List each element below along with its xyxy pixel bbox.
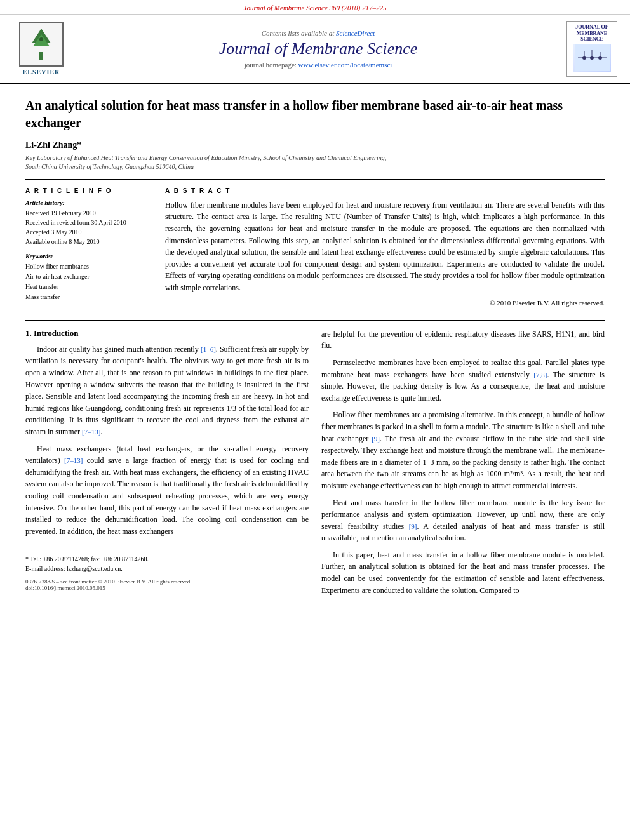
abstract-section: A B S T R A C T Hollow fiber membrane mo… (165, 187, 605, 309)
author-name: Li-Zhi Zhang* (25, 140, 605, 150)
right-para-2: Permselective membranes have been employ… (321, 357, 605, 404)
journal-header: ELSEVIER Contents lists available at Sci… (0, 15, 630, 84)
homepage-url[interactable]: www.elsevier.com/locate/memsci (298, 61, 392, 69)
sciencedirect-link[interactable]: ScienceDirect (336, 29, 375, 37)
content-left-column: 1. Introduction Indoor air quality has g… (25, 328, 309, 601)
journal-reference-bar: Journal of Membrane Science 360 (2010) 2… (0, 0, 630, 15)
elsevier-brand-text: ELSEVIER (23, 69, 60, 76)
intro-para-1: Indoor air quality has gained much atten… (25, 343, 309, 438)
right-para-4: Heat and mass transfer in the hollow fib… (321, 497, 605, 544)
article-content: 1. Introduction Indoor air quality has g… (25, 328, 605, 601)
journal-homepage-line: journal homepage: www.elsevier.com/locat… (83, 61, 554, 69)
keywords-label: Keywords: (25, 253, 143, 260)
keyword-2: Air-to-air heat exchanger (25, 272, 143, 282)
article-info-section: A R T I C L E I N F O Article history: R… (25, 187, 605, 309)
svg-rect-0 (39, 52, 43, 60)
right-para-1: are helpful for the prevention of epidem… (321, 328, 605, 352)
issn-line: 0376-7388/$ – see front matter © 2010 El… (25, 578, 309, 585)
footnote-tel: * Tel.: +86 20 87114268; fax: +86 20 871… (25, 554, 309, 564)
abstract-text: Hollow fiber membrane modules have been … (165, 199, 605, 294)
abstract-label: A B S T R A C T (165, 187, 605, 194)
accepted-date: Accepted 3 May 2010 (25, 227, 143, 237)
journal-main-title: Journal of Membrane Science (83, 39, 554, 58)
elsevier-logo: ELSEVIER (13, 22, 70, 76)
divider-2 (25, 320, 605, 321)
doi-line: doi:10.1016/j.memsci.2010.05.015 (25, 585, 309, 591)
intro-heading: 1. Introduction (25, 328, 309, 338)
journal-logo-title: journal ofMEMBRANESCIENCE (570, 24, 614, 43)
history-label: Article history: (25, 199, 143, 206)
keyword-3: Heat transfer (25, 282, 143, 292)
keyword-1: Hollow fiber membranes (25, 262, 143, 272)
article-history-group: Article history: Received 19 February 20… (25, 199, 143, 246)
footnote-email: E-mail address: lzzhang@scut.edu.cn. (25, 564, 309, 573)
article-title: An analytical solution for heat mass tra… (25, 97, 605, 131)
article-info-left: A R T I C L E I N F O Article history: R… (25, 187, 152, 309)
online-date: Available online 8 May 2010 (25, 237, 143, 246)
right-para-5: In this paper, heat and mass transfer in… (321, 549, 605, 596)
article-body: An analytical solution for heat mass tra… (0, 84, 630, 614)
right-para-3: Hollow fiber membranes are a promising a… (321, 409, 605, 491)
svg-point-3 (39, 37, 43, 41)
journal-logo-graphic (573, 44, 611, 72)
footnote-section: * Tel.: +86 20 87114268; fax: +86 20 871… (25, 550, 309, 591)
divider-1 (25, 179, 605, 180)
keyword-4: Mass transfer (25, 292, 143, 302)
contents-available-line: Contents lists available at ScienceDirec… (83, 29, 554, 37)
elsevier-logo-image (19, 22, 64, 67)
content-right-column: are helpful for the prevention of epidem… (321, 328, 605, 601)
article-info-label: A R T I C L E I N F O (25, 187, 143, 194)
revised-date: Received in revised form 30 April 2010 (25, 218, 143, 227)
journal-title-section: Contents lists available at ScienceDirec… (83, 29, 554, 69)
journal-logo-right: journal ofMEMBRANESCIENCE (566, 21, 617, 77)
received-date: Received 19 February 2010 (25, 208, 143, 218)
journal-citation: Journal of Membrane Science 360 (2010) 2… (244, 4, 387, 11)
affiliation: Key Laboratory of Enhanced Heat Transfer… (25, 154, 605, 171)
copyright-line: © 2010 Elsevier B.V. All rights reserved… (165, 299, 605, 307)
keywords-group: Keywords: Hollow fiber membranes Air-to-… (25, 253, 143, 302)
intro-para-2: Heat mass exchangers (total heat exchang… (25, 443, 309, 538)
performance-highlight: performance (321, 510, 360, 519)
